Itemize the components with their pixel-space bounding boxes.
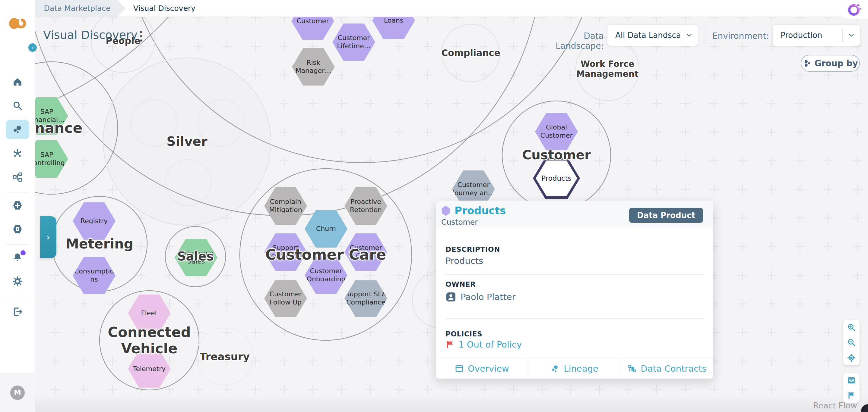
card-footer-tabs: OverviewLineageData Contracts bbox=[436, 358, 713, 379]
hexagon-proactive-retention[interactable]: Proactive Retention bbox=[344, 187, 387, 225]
sidebar-divider bbox=[7, 192, 28, 193]
sidebar-item-notifications[interactable] bbox=[6, 248, 29, 267]
zoom-controls-panel bbox=[843, 320, 860, 365]
data-contracts-icon bbox=[628, 364, 637, 373]
lineage-icon bbox=[551, 364, 560, 373]
add-hexagon-icon bbox=[12, 200, 23, 211]
hexagon-global-customer[interactable]: Global Customer bbox=[535, 113, 578, 150]
card-header: Products Customer Data Product bbox=[436, 201, 713, 227]
chevron-right-icon: › bbox=[47, 233, 50, 242]
minimap-icon bbox=[847, 376, 856, 385]
hexagon-fleet[interactable]: Fleet bbox=[128, 295, 171, 332]
search-icon bbox=[12, 100, 23, 111]
side-panel-toggle[interactable]: › bbox=[40, 216, 56, 258]
card-title: Products bbox=[455, 205, 506, 216]
logout-icon bbox=[12, 306, 23, 317]
hexagon-risk-manager[interactable]: Risk Manager… bbox=[292, 48, 335, 85]
hexagon-products-selected[interactable]: Products bbox=[533, 158, 580, 199]
data-landscape-select[interactable]: All Data Landsca... bbox=[608, 25, 698, 46]
card-tab-data-contracts[interactable]: Data Contracts bbox=[621, 358, 713, 379]
visual-discovery-icon bbox=[12, 124, 23, 135]
group-by-button[interactable]: Group by bbox=[801, 55, 860, 72]
network-icon bbox=[12, 148, 23, 159]
hexagon-salesforce-sales[interactable]: Salesforce Sales bbox=[175, 239, 217, 276]
hexagon-registry[interactable]: Registry bbox=[73, 202, 116, 240]
page-menu-kebab-icon[interactable] bbox=[137, 30, 145, 43]
environment-select[interactable]: Production bbox=[773, 25, 860, 46]
sidebar-item-add-hexagon[interactable] bbox=[6, 196, 29, 215]
breadcrumb-bar: Data Marketplace Visual Discovery bbox=[35, 0, 868, 16]
group-by-icon bbox=[803, 59, 811, 67]
hexagon-customer-follow-up[interactable]: Customer Follow Up bbox=[264, 280, 307, 317]
zoom-out-button[interactable] bbox=[843, 335, 860, 350]
data-flow-icon bbox=[12, 172, 23, 182]
description-label: DESCRIPTION bbox=[445, 245, 500, 253]
chevron-down-icon bbox=[680, 31, 698, 39]
hexagon-telemetry[interactable]: Telemetry bbox=[128, 350, 171, 388]
hexagon-complain-mitigation[interactable]: Complain Mitigation bbox=[264, 187, 307, 225]
data-landscape-label: Data Landscape: bbox=[540, 31, 604, 51]
sidebar-item-visual-discovery[interactable] bbox=[6, 120, 29, 139]
sidebar-item-settings[interactable] bbox=[6, 272, 29, 291]
witboost-logo-icon bbox=[7, 16, 28, 31]
card-tab-overview[interactable]: Overview bbox=[436, 358, 528, 379]
breadcrumb-visual-discovery[interactable]: Visual Discovery bbox=[133, 0, 195, 16]
ai-assistant-button[interactable] bbox=[841, 0, 868, 19]
policies-label: POLICIES bbox=[445, 330, 482, 338]
hexagon-customer-onboarding[interactable]: Customer Onboarding bbox=[305, 256, 347, 294]
react-flow-attribution: React Flow bbox=[813, 401, 857, 410]
card-subtitle: Customer bbox=[441, 218, 478, 227]
owner-value: Paolo Platter bbox=[461, 292, 516, 302]
zoom-in-icon bbox=[847, 323, 856, 332]
sidebar-item-data-flow[interactable] bbox=[6, 167, 29, 187]
data-product-badge: Data Product bbox=[629, 208, 703, 223]
hexagon-churn[interactable]: Churn bbox=[305, 210, 347, 247]
out-of-policy-link[interactable]: 1 Out of Policy bbox=[445, 339, 522, 350]
visual-discovery-canvas[interactable]: CustomerLoansCustomer Lifetime…Risk Mana… bbox=[0, 0, 868, 412]
owner-row: Paolo Platter bbox=[445, 291, 516, 302]
sidebar-item-b-hexagon[interactable]: B bbox=[6, 219, 29, 239]
sidebar-account-section: M bbox=[0, 373, 35, 412]
user-avatar[interactable]: M bbox=[10, 385, 25, 400]
product-detail-card: Products Customer Data Product DESCRIPTI… bbox=[436, 201, 713, 379]
zoom-out-icon bbox=[847, 338, 856, 347]
sidebar-expand-button[interactable]: › bbox=[28, 43, 37, 52]
hexagon-customer-churn[interactable]: Customer Churn bbox=[344, 233, 387, 271]
breadcrumb-data-marketplace[interactable]: Data Marketplace bbox=[35, 0, 125, 16]
hexagon-consumptio-ns[interactable]: Consumptio ns bbox=[73, 257, 116, 294]
hexagon-label: Products bbox=[536, 161, 577, 196]
data-product-hexagon-icon bbox=[441, 205, 451, 216]
sidebar-item-logout[interactable] bbox=[6, 302, 29, 321]
owner-label: OWNER bbox=[445, 280, 476, 288]
hexagon-support-interactions[interactable]: Support Interactions bbox=[264, 233, 307, 271]
ai-assistant-logo-icon bbox=[846, 1, 862, 17]
sidebar-item-home[interactable] bbox=[6, 72, 29, 92]
sidebar-separator bbox=[0, 297, 35, 297]
chevron-down-icon bbox=[843, 31, 860, 39]
sidebar-item-network[interactable] bbox=[6, 144, 29, 163]
sidebar-divider bbox=[7, 244, 28, 245]
description-value: Products bbox=[445, 256, 483, 266]
settings-icon bbox=[12, 276, 23, 287]
red-flag-icon bbox=[445, 340, 455, 349]
b-hexagon-icon: B bbox=[12, 224, 23, 235]
hexagon-customer-lifetime[interactable]: Customer Lifetime… bbox=[332, 24, 375, 61]
sidebar-item-search[interactable] bbox=[6, 96, 29, 115]
zoom-in-button[interactable] bbox=[843, 320, 860, 335]
card-tab-lineage[interactable]: Lineage bbox=[528, 358, 621, 379]
sidebar: › B M bbox=[0, 0, 35, 412]
environment-label: Environment: bbox=[712, 31, 769, 41]
hexagon-support-sla-compliance[interactable]: Support SLA Compliance bbox=[344, 280, 387, 317]
minimap-button[interactable] bbox=[843, 373, 860, 388]
owner-badge-icon bbox=[445, 291, 456, 302]
fit-view-button[interactable] bbox=[843, 350, 860, 365]
flag-icon bbox=[847, 391, 856, 400]
controls-divider bbox=[705, 26, 706, 44]
page-title: Visual Discovery bbox=[43, 28, 137, 41]
home-icon bbox=[12, 76, 23, 87]
map-controls-panel bbox=[843, 373, 860, 403]
notification-badge bbox=[21, 250, 26, 255]
fit-view-icon bbox=[847, 353, 856, 362]
svg-text:B: B bbox=[16, 226, 20, 232]
overview-icon bbox=[455, 364, 464, 373]
